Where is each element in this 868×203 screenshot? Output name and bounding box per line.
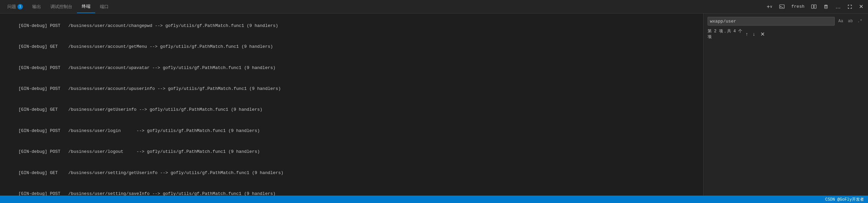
search-row: Aa ab .*: [708, 17, 864, 26]
search-input-wrap: [708, 17, 835, 26]
more-actions-button[interactable]: …: [833, 2, 843, 11]
footer-credit: CSDN @GoFly开发者: [825, 197, 864, 202]
tab-terminal[interactable]: 终端: [77, 0, 95, 13]
terminal-icon: [777, 3, 786, 11]
problems-badge: 1: [18, 4, 23, 9]
terminal-line: [GIN-debug] GET /business/user/getUserin…: [3, 100, 701, 120]
split-terminal-button[interactable]: [809, 3, 818, 11]
match-word-button[interactable]: ab: [846, 18, 854, 25]
terminal-line: [GIN-debug] GET /business/user/setting/g…: [3, 163, 701, 183]
toolbar-actions: + ∨ fresh …: [765, 2, 865, 11]
footer: CSDN @GoFly开发者: [0, 196, 868, 203]
main-area: [GIN-debug] POST /business/user/account/…: [0, 13, 868, 196]
terminal-line: [GIN-debug] POST /business/user/setting/…: [3, 183, 701, 196]
tab-problems[interactable]: 问题 1: [3, 0, 28, 13]
svg-rect-2: [811, 5, 813, 8]
terminal-line: [GIN-debug] POST /business/user/account/…: [3, 79, 701, 99]
close-panel-button[interactable]: ✕: [857, 2, 865, 11]
regex-button[interactable]: .*: [856, 18, 864, 25]
tab-output[interactable]: 输出: [28, 0, 46, 13]
tab-bar: 问题 1 输出 调试控制台 终端 端口 + ∨ fresh: [0, 0, 868, 13]
terminal-line: [GIN-debug] POST /business/user/login --…: [3, 120, 701, 141]
search-results-row: 第 2 项，共 4 个 项 ↑ ↓ ✕: [708, 28, 864, 40]
terminal-line: [GIN-debug] POST /business/user/account/…: [3, 58, 701, 79]
search-next-button[interactable]: ↓: [751, 31, 756, 37]
terminal-line: [GIN-debug] GET /business/user/account/g…: [3, 36, 701, 57]
search-close-button[interactable]: ✕: [758, 30, 767, 38]
terminal-line: [GIN-debug] POST /business/user/logout -…: [3, 141, 701, 162]
svg-rect-4: [825, 6, 827, 8]
search-input[interactable]: [710, 19, 832, 24]
search-result-info: 第 2 项，共 4 个 项: [708, 28, 742, 40]
tab-ports[interactable]: 端口: [95, 0, 113, 13]
svg-rect-0: [780, 5, 784, 8]
terminal-name-label: fresh: [789, 4, 806, 9]
search-prev-button[interactable]: ↑: [744, 31, 749, 37]
search-options: Aa ab .*: [837, 18, 864, 25]
add-terminal-button[interactable]: + ∨: [765, 2, 775, 11]
match-case-button[interactable]: Aa: [837, 18, 845, 25]
terminal-panel[interactable]: [GIN-debug] POST /business/user/account/…: [0, 13, 703, 196]
terminal-line: [GIN-debug] POST /business/user/account/…: [3, 16, 701, 36]
tab-debug-console[interactable]: 调试控制台: [46, 0, 77, 13]
svg-rect-3: [814, 5, 816, 8]
delete-terminal-button[interactable]: [821, 3, 831, 11]
maximize-panel-button[interactable]: [845, 3, 854, 10]
search-panel: Aa ab .* 第 2 项，共 4 个 项 ↑ ↓ ✕: [703, 13, 868, 196]
